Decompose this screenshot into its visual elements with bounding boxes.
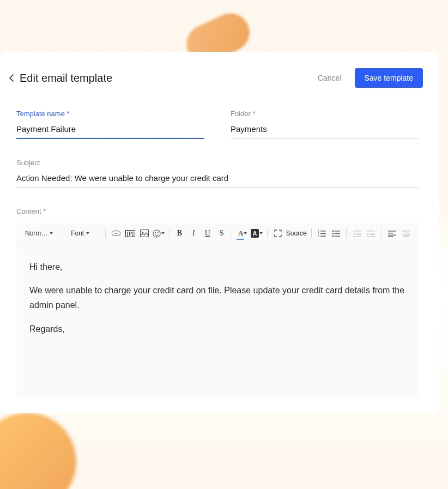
bullet-list-button[interactable] (330, 227, 342, 239)
folder-input[interactable] (231, 122, 419, 138)
edit-template-card: Edit email template Cancel Save template… (0, 52, 439, 413)
form-row-1: Template name * Folder * (16, 110, 419, 139)
font-select[interactable]: Font (69, 228, 101, 238)
template-name-field: Template name * (16, 110, 204, 139)
source-button[interactable]: Source (286, 230, 307, 237)
paragraph-style-value: Norm… (25, 230, 47, 237)
folder-label: Folder * (231, 110, 419, 118)
svg-point-17 (332, 235, 334, 237)
outdent-button[interactable] (351, 227, 363, 239)
svg-rect-2 (140, 230, 148, 237)
editor: Norm… Font [P] (16, 223, 419, 397)
caret-down-icon (161, 232, 165, 234)
separator-icon (169, 228, 169, 238)
insert-image-button[interactable] (138, 227, 150, 239)
title-row: Edit email template (8, 72, 112, 84)
underline-button[interactable]: U (202, 227, 214, 239)
svg-point-6 (157, 232, 158, 233)
page-header: Edit email template Cancel Save template (5, 68, 423, 88)
editor-content[interactable]: Hi there, We were unable to charge your … (16, 244, 419, 397)
numbered-list-button[interactable]: 123 (316, 227, 328, 239)
separator-icon (105, 228, 106, 238)
maximize-button[interactable] (272, 227, 284, 239)
subject-label: Subject (16, 159, 419, 167)
svg-point-5 (155, 232, 156, 233)
page-title: Edit email template (20, 72, 112, 84)
cancel-button[interactable]: Cancel (318, 74, 342, 82)
body-paragraph: Hi there, (29, 259, 405, 274)
insert-placeholder-button[interactable]: [P] (124, 227, 136, 239)
caret-down-icon (86, 232, 89, 234)
bold-button[interactable]: B (174, 227, 186, 239)
folder-field: Folder * (231, 110, 419, 139)
header-actions: Cancel Save template (318, 68, 423, 88)
text-color-button[interactable]: A (237, 227, 249, 239)
separator-icon (382, 228, 382, 238)
italic-button[interactable]: I (187, 227, 199, 239)
background-color-button[interactable]: A (251, 227, 263, 239)
separator-icon (346, 228, 347, 238)
separator-icon (267, 228, 268, 238)
template-form: Template name * Folder * Subject Content… (5, 110, 423, 397)
align-center-button[interactable] (400, 227, 412, 239)
svg-point-13 (332, 230, 334, 232)
source-label: Source (286, 230, 307, 237)
svg-point-3 (142, 232, 143, 233)
template-name-label: Template name * (16, 110, 204, 118)
strikethrough-button[interactable]: S (216, 227, 228, 239)
svg-text:3: 3 (318, 235, 319, 237)
svg-point-15 (332, 233, 334, 234)
template-name-input[interactable] (16, 122, 204, 139)
content-label: Content * (16, 207, 419, 215)
back-icon[interactable] (8, 74, 15, 82)
align-left-button[interactable] (386, 227, 398, 239)
caret-down-icon (244, 232, 247, 234)
separator-icon (311, 228, 312, 238)
font-value: Font (71, 230, 84, 237)
decorative-blob-bottom (0, 413, 76, 489)
svg-point-4 (153, 230, 160, 237)
paragraph-style-select[interactable]: Norm… (23, 228, 59, 238)
insert-link-button[interactable] (110, 227, 122, 239)
editor-toolbar: Norm… Font [P] (16, 223, 419, 244)
caret-down-icon (259, 232, 263, 234)
body-paragraph: Regards, (29, 322, 405, 336)
save-template-button[interactable]: Save template (355, 68, 423, 88)
subject-field: Subject (16, 159, 419, 188)
separator-icon (232, 228, 232, 238)
body-paragraph: We were unable to charge your credit car… (29, 283, 405, 312)
subject-input[interactable] (16, 171, 419, 188)
content-section: Content * Norm… Font (16, 207, 419, 397)
indent-button[interactable] (365, 227, 377, 239)
insert-emoji-button[interactable] (153, 227, 165, 239)
caret-down-icon (50, 232, 53, 234)
separator-icon (64, 228, 64, 238)
